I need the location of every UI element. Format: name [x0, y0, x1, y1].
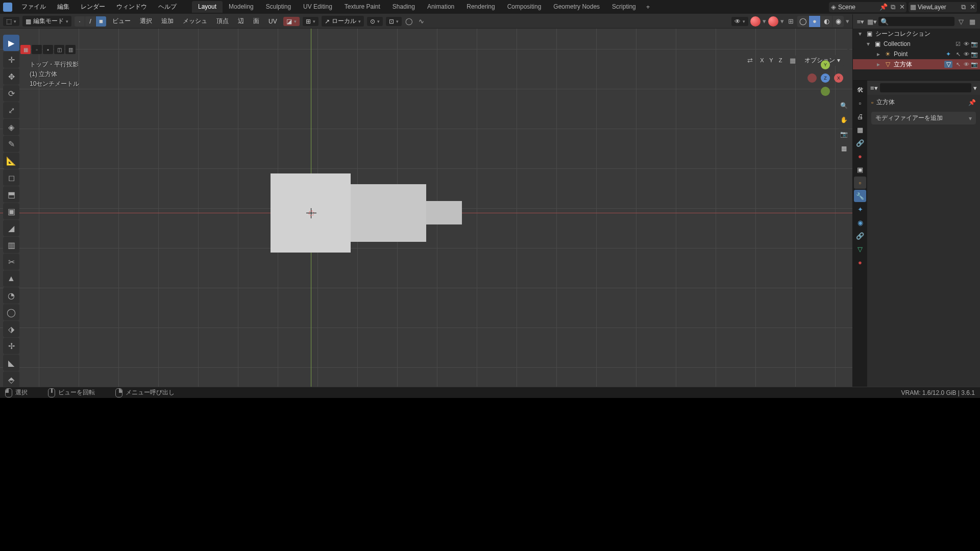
pin-icon[interactable]: 📌 [879, 3, 888, 12]
shading-solid[interactable]: ● [809, 16, 820, 27]
tool-cursor[interactable]: ✛ [3, 52, 19, 68]
gizmo-y[interactable]: Y [821, 60, 830, 69]
prop-tab-output[interactable]: 🖨 [854, 110, 866, 122]
outliner-display-icon[interactable]: ▦▾ [867, 17, 876, 26]
ws-uv[interactable]: UV Editing [297, 1, 338, 13]
select-intersect-icon[interactable]: ▥ [65, 45, 76, 54]
prop-tab-particle[interactable]: ✦ [854, 203, 866, 215]
snap-to-dropdown[interactable]: ⊡▾ [386, 17, 402, 26]
outliner-scene-collection[interactable]: ▾ ▣ シーンコレクション [853, 29, 980, 39]
outliner-type-icon[interactable]: ≡▾ [856, 17, 865, 26]
edge-select-mode[interactable]: / [85, 16, 95, 27]
menu-help[interactable]: ヘルプ [153, 1, 182, 13]
ws-texture[interactable]: Texture Paint [338, 1, 386, 13]
expand-icon[interactable]: ▾ [865, 40, 871, 47]
menu-vertex[interactable]: 頂点 [213, 17, 232, 26]
gizmo-toggle[interactable] [750, 16, 761, 27]
nav-gizmo[interactable]: Y Z X [807, 60, 843, 96]
tool-move[interactable]: ✥ [3, 68, 19, 85]
shading-rendered[interactable]: ◉ [832, 16, 844, 27]
pin-icon[interactable]: 📌 [968, 99, 976, 106]
tool-shear[interactable]: ◣ [3, 355, 19, 371]
menu-uv[interactable]: UV [265, 18, 280, 25]
pointer-icon[interactable]: ↖ [954, 61, 962, 68]
outliner-point[interactable]: ▸ ☀ Point ✦ ↖👁📷 [853, 49, 980, 59]
ws-rendering[interactable]: Rendering [460, 1, 501, 13]
menu-window[interactable]: ウィンドウ [111, 1, 152, 13]
orientation-dropdown[interactable]: ↗ ローカル▾ [322, 16, 364, 27]
mode-dropdown[interactable]: ▦ 編集モード▾ [22, 16, 71, 27]
mirror-z[interactable]: Z [776, 56, 785, 65]
gizmo-neg-y[interactable] [821, 87, 830, 96]
tool-spin[interactable]: ◔ [3, 287, 19, 304]
gizmo-z[interactable]: Z [821, 73, 830, 83]
mirror-icon[interactable]: ⇄ [745, 56, 754, 65]
viewport-3d[interactable]: ⬚▾ ▦ 編集モード▾ · / ■ ビュー 選択 追加 メッシュ 頂点 辺 面 … [0, 14, 852, 387]
expand-icon[interactable]: ▾ [857, 30, 863, 37]
prop-tab-tool[interactable]: 🛠 [854, 84, 866, 96]
menu-edge[interactable]: 辺 [235, 17, 247, 26]
tool-transform[interactable]: ◈ [3, 119, 19, 135]
ws-compositing[interactable]: Compositing [501, 1, 548, 13]
tool-smooth[interactable]: ◯ [3, 304, 19, 320]
prop-tab-object[interactable]: ▫ [854, 177, 866, 189]
outliner-cube[interactable]: ▸ ▽ 立方体 ▽ ↖👁📷 [853, 59, 980, 69]
prop-tab-constraint[interactable]: 🔗 [854, 230, 866, 242]
snap-dropdown[interactable]: ⊞▾ [303, 17, 318, 26]
tool-edge-slide[interactable]: ⬗ [3, 321, 19, 337]
menu-mesh[interactable]: メッシュ [180, 17, 210, 26]
menu-file[interactable]: ファイル [16, 1, 51, 13]
visibility-dropdown[interactable]: 👁▾ [731, 17, 748, 26]
tool-extrude[interactable]: ⬒ [3, 186, 19, 203]
ws-geo[interactable]: Geometry Nodes [547, 1, 606, 13]
prop-tab-viewlayer[interactable]: ▦ [854, 123, 866, 136]
prop-search[interactable] [880, 83, 971, 92]
viewlayer-selector[interactable]: ▦ ⧉ ✕ [909, 2, 977, 12]
select-invert-icon[interactable]: ◫ [54, 45, 64, 54]
gizmo-neg-x[interactable] [807, 73, 817, 83]
editor-type-dropdown[interactable]: ⬚▾ [3, 17, 19, 26]
overlay-toggle[interactable] [768, 16, 778, 27]
xray-toggle[interactable]: ⊞ [786, 17, 795, 26]
menu-add[interactable]: 追加 [158, 17, 177, 26]
render-icon[interactable]: 📷 [971, 61, 978, 68]
select-subtract-icon[interactable]: ▪ [43, 45, 53, 54]
face-orientation-dropdown[interactable]: ◪▾ [283, 17, 300, 26]
eye-icon[interactable]: 👁 [963, 61, 970, 68]
ws-modeling[interactable]: Modeling [223, 1, 260, 13]
perspective-toggle-icon[interactable]: ▦ [838, 143, 849, 154]
ws-sculpting[interactable]: Sculpting [260, 1, 297, 13]
prop-tab-modifier[interactable]: 🔧 [854, 190, 866, 202]
outliner-collection[interactable]: ▾ ▣ Collection ☑👁📷 [853, 39, 980, 49]
viewlayer-name-input[interactable] [918, 4, 959, 11]
outliner-new-collection-icon[interactable]: ▦ [968, 17, 977, 26]
camera-view-icon[interactable]: 📷 [838, 129, 849, 140]
menu-edit[interactable]: 編集 [52, 1, 75, 13]
render-icon[interactable]: 📷 [971, 41, 978, 47]
drag-handle[interactable] [847, 45, 849, 76]
ws-animation[interactable]: Animation [421, 1, 460, 13]
delete-layer-icon[interactable]: ✕ [968, 3, 977, 12]
pivot-dropdown[interactable]: ⊙▾ [367, 17, 383, 26]
pointer-icon[interactable]: ↖ [954, 51, 962, 58]
menu-face[interactable]: 面 [250, 17, 262, 26]
prop-tab-scene[interactable]: 🔗 [854, 137, 866, 149]
select-extend-icon[interactable]: ▫ [32, 45, 42, 54]
proportional-edit-icon[interactable]: ◯ [405, 17, 414, 26]
shading-material[interactable]: ◐ [821, 16, 832, 27]
mesh-object-3[interactable] [426, 201, 462, 224]
prop-options-icon[interactable]: ▾ [973, 84, 977, 92]
copy-scene-icon[interactable]: ⧉ [888, 3, 897, 12]
tool-bevel[interactable]: ◢ [3, 220, 19, 236]
outliner-filter-icon[interactable]: ▽ [957, 17, 966, 26]
zoom-icon[interactable]: 🔍 [838, 100, 849, 111]
face-select-mode[interactable]: ■ [96, 16, 106, 27]
expand-icon[interactable]: ▸ [875, 51, 881, 58]
tool-scale[interactable]: ⤢ [3, 102, 19, 118]
eye-icon[interactable]: 👁 [963, 41, 970, 47]
expand-icon[interactable]: ▸ [875, 61, 881, 68]
tool-shrink[interactable]: ✢ [3, 338, 19, 354]
tool-add-cube[interactable]: ◻ [3, 169, 19, 186]
prop-tab-data[interactable]: ▽ [854, 243, 866, 255]
tool-select-box[interactable]: ▶ [3, 35, 19, 51]
